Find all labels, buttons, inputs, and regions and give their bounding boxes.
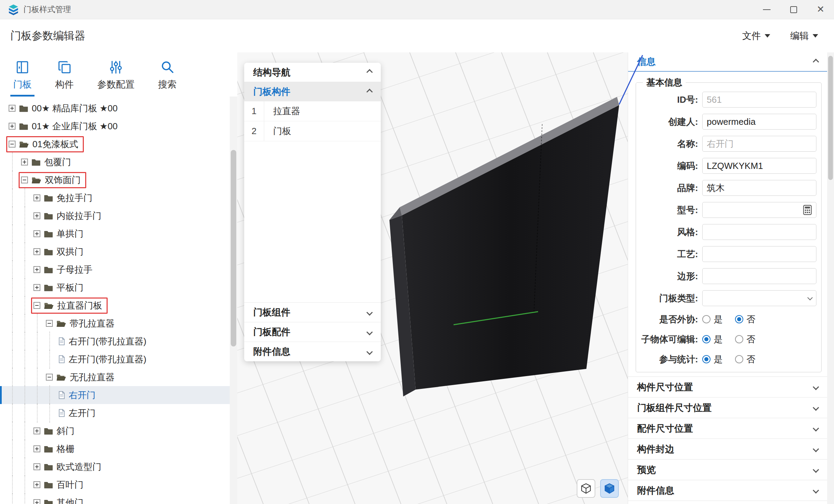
field-code[interactable]: LZQWKYKM1: [702, 158, 816, 174]
section-accessory-size[interactable]: 配件尺寸位置: [628, 418, 827, 439]
structure-nav-header[interactable]: 结构导航: [244, 63, 381, 82]
expand-toggle[interactable]: [46, 374, 53, 381]
section-attachment-info[interactable]: 附件信息: [244, 342, 381, 361]
info-panel-header[interactable]: 信息: [628, 52, 827, 72]
field-label-style: 风格:: [641, 226, 702, 238]
expand-toggle[interactable]: [33, 499, 40, 504]
expand-toggle[interactable]: [33, 463, 40, 470]
tree-item[interactable]: 包覆门: [0, 153, 230, 171]
field-name[interactable]: 右开门: [702, 136, 816, 152]
tree-scrollbar[interactable]: [230, 97, 237, 504]
tree-item-label: 子母拉手: [57, 264, 92, 276]
field-edge-shape[interactable]: [702, 268, 816, 284]
tree-item[interactable]: 无孔拉直器: [0, 368, 230, 386]
tree-item[interactable]: 左开门: [0, 404, 230, 422]
radio-option[interactable]: 是: [702, 313, 723, 325]
section-panel-group[interactable]: 门板组件: [244, 302, 381, 322]
tree-item[interactable]: 00★ 精品库门板 ★00: [0, 99, 230, 117]
radio-option[interactable]: 否: [735, 353, 755, 365]
minimize-button[interactable]: [753, 0, 780, 19]
section-panel-group-size[interactable]: 门板组件尺寸位置: [628, 397, 827, 418]
structure-item[interactable]: 2门板: [244, 121, 381, 141]
section-component-edge-banding[interactable]: 构件封边: [628, 439, 827, 460]
tree-item[interactable]: 其他门: [0, 494, 230, 504]
tree-item[interactable]: 单拱门: [0, 225, 230, 243]
tree-item[interactable]: 左开门(带孔拉直器): [0, 350, 230, 368]
expand-toggle[interactable]: [46, 320, 53, 327]
maximize-button[interactable]: [780, 0, 807, 19]
expand-toggle[interactable]: [33, 266, 40, 273]
radio-option[interactable]: 否: [735, 333, 755, 345]
expand-toggle[interactable]: [33, 230, 40, 237]
section-preview[interactable]: 预览: [628, 460, 827, 480]
edit-menu[interactable]: 编辑: [790, 30, 818, 42]
tree-item[interactable]: 免拉手门: [0, 189, 230, 207]
expand-toggle[interactable]: [33, 427, 40, 434]
tree-item[interactable]: 拉直器门板: [0, 296, 230, 314]
calculator-icon[interactable]: [803, 205, 812, 215]
field-door-type[interactable]: [702, 290, 816, 306]
tree-item[interactable]: 右开门(带孔拉直器): [0, 332, 230, 350]
expand-toggle[interactable]: [21, 177, 28, 183]
expand-toggle[interactable]: [33, 445, 40, 452]
tree-item-label: 右开门(带孔拉直器): [69, 335, 146, 347]
form-row: ID号:561: [641, 89, 816, 111]
section-panel-components[interactable]: 门板构件: [244, 82, 381, 101]
tree-item[interactable]: 斜门: [0, 422, 230, 440]
radio-option[interactable]: 是: [702, 353, 723, 365]
expand-toggle[interactable]: [9, 123, 16, 130]
tree-item[interactable]: 欧式造型门: [0, 458, 230, 476]
expand-toggle[interactable]: [33, 212, 40, 219]
tree-item-label: 包覆门: [44, 156, 71, 168]
tree-item[interactable]: 双饰面门: [0, 171, 230, 189]
tree-guide: [6, 368, 19, 386]
field-craft[interactable]: [702, 246, 816, 262]
tree-guide: [6, 314, 19, 332]
tree-item[interactable]: 带孔拉直器: [0, 314, 230, 332]
field-brand[interactable]: 筑木: [702, 180, 816, 196]
expand-toggle[interactable]: [21, 159, 28, 165]
section-attachment-info[interactable]: 附件信息: [628, 480, 827, 501]
radio-option[interactable]: 是: [702, 333, 723, 345]
tree-item[interactable]: 01免漆板式: [0, 135, 230, 153]
section-component-size[interactable]: 构件尺寸位置: [628, 377, 827, 397]
expand-toggle[interactable]: [33, 248, 40, 255]
structure-item[interactable]: 1拉直器: [244, 101, 381, 121]
field-model[interactable]: [702, 202, 816, 218]
tree-item[interactable]: 01★ 企业库门板 ★00: [0, 117, 230, 135]
tree-item[interactable]: 双拱门: [0, 243, 230, 261]
structure-item-index: 1: [244, 101, 264, 121]
view-shaded-button[interactable]: [600, 479, 619, 498]
expand-toggle[interactable]: [33, 284, 40, 291]
structure-item-label: 门板: [264, 121, 291, 141]
tree-item[interactable]: 平板门: [0, 279, 230, 296]
section-panel-accessory[interactable]: 门板配件: [244, 322, 381, 342]
info-scrollbar-thumb[interactable]: [828, 56, 833, 180]
tab-sliders[interactable]: 参数配置: [95, 52, 137, 97]
tree-item[interactable]: 子母拉手: [0, 261, 230, 279]
expand-toggle[interactable]: [33, 481, 40, 488]
tree-guide: [19, 350, 31, 368]
expand-toggle[interactable]: [9, 141, 16, 148]
tab-component[interactable]: 构件: [52, 52, 77, 97]
field-creator[interactable]: powermedia: [702, 114, 816, 130]
tree-scrollbar-thumb[interactable]: [231, 150, 236, 346]
view-wireframe-button[interactable]: [577, 479, 595, 498]
close-button[interactable]: ✕: [807, 0, 834, 19]
tree-item[interactable]: 百叶门: [0, 476, 230, 494]
tab-search[interactable]: 搜索: [155, 52, 179, 97]
tab-door-panel[interactable]: 门板: [10, 52, 34, 97]
section-label: 门板组件: [253, 306, 290, 319]
tree-item[interactable]: 右开门: [0, 386, 230, 404]
expand-toggle[interactable]: [33, 194, 40, 201]
radio-option[interactable]: 否: [735, 313, 755, 325]
expand-toggle[interactable]: [9, 105, 16, 112]
tree-item[interactable]: 格栅: [0, 440, 230, 458]
field-id[interactable]: 561: [702, 92, 816, 108]
radio-unchecked-icon: [702, 315, 711, 323]
expand-toggle[interactable]: [33, 302, 40, 309]
info-scrollbar[interactable]: [827, 52, 834, 504]
field-style[interactable]: [702, 224, 816, 240]
tree-item[interactable]: 内嵌拉手门: [0, 207, 230, 225]
file-menu[interactable]: 文件: [742, 30, 770, 42]
